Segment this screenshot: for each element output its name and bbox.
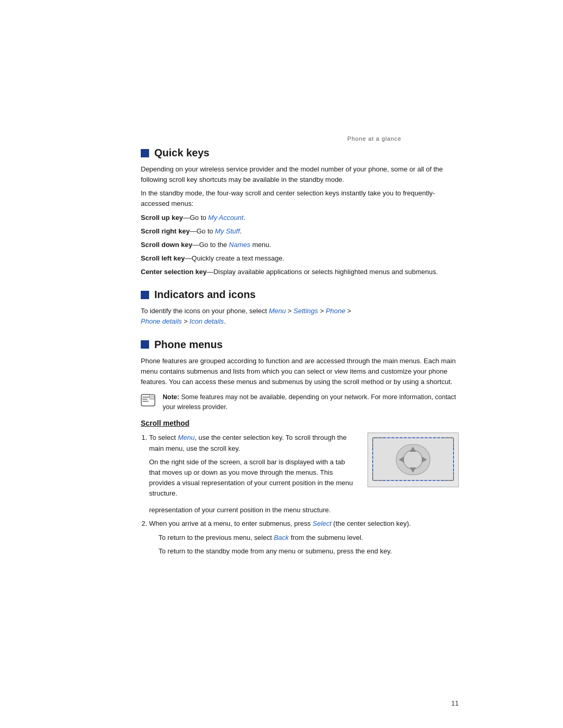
step2-select-link[interactable]: Select: [313, 520, 332, 527]
step1-content-row: To select Menu, use the center selection…: [149, 433, 459, 502]
center-selection-sep: —Display available applications or selec…: [206, 268, 438, 276]
svg-text:↑: ↑: [151, 395, 153, 399]
scroll-left-sep: —Quickly create a text message.: [185, 254, 285, 262]
step1-text-col: To select Menu, use the center selection…: [149, 433, 357, 502]
header-text: Phone at a glance: [347, 135, 401, 142]
quick-keys-intro1: Depending on your wireless service provi…: [141, 164, 459, 185]
step1-menu-link[interactable]: Menu: [178, 434, 195, 441]
scroll-down-sep: —Go to the: [192, 241, 229, 249]
scroll-step-1: To select Menu, use the center selection…: [149, 433, 459, 515]
svg-point-8: [403, 450, 422, 469]
scroll-up-link[interactable]: My Account: [208, 214, 243, 221]
content-area: Quick keys Depending on your wireless se…: [0, 147, 563, 557]
step2-back-link[interactable]: Back: [274, 534, 289, 541]
quick-keys-heading: Quick keys: [141, 147, 459, 159]
indicators-phone-details-link[interactable]: Phone details: [141, 317, 182, 325]
quick-keys-title: Quick keys: [154, 147, 210, 159]
phone-menus-intro: Phone features are grouped according to …: [141, 356, 459, 387]
indicators-icon: [141, 291, 149, 299]
scroll-steps-list: To select Menu, use the center selection…: [149, 433, 459, 556]
note-icon: ↑: [141, 393, 157, 408]
phone-menus-title: Phone menus: [154, 339, 223, 351]
scroll-step-2: When you arrive at a menu, to enter subm…: [149, 519, 459, 556]
scroll-up-label: Scroll up key: [141, 214, 183, 221]
quick-keys-intro2: In the standby mode, the four-way scroll…: [141, 188, 459, 209]
page-container: Phone at a glance Quick keys Depending o…: [0, 0, 563, 728]
page-header: Phone at a glance: [0, 0, 563, 147]
scroll-left-label: Scroll left key: [141, 254, 185, 262]
step2-para3: To return to the standby mode from any m…: [158, 546, 459, 557]
note-text: Note: Some features may not be available…: [163, 392, 459, 412]
quick-keys-icon: [141, 149, 149, 157]
scroll-right-item: Scroll right key—Go to My Stuff.: [141, 226, 459, 237]
svg-rect-1: [142, 397, 150, 398]
svg-rect-3: [142, 401, 149, 402]
phone-menus-section: Phone menus Phone features are grouped a…: [141, 339, 459, 557]
svg-rect-2: [142, 399, 148, 400]
phone-menus-heading: Phone menus: [141, 339, 459, 351]
indicators-title: Indicators and icons: [154, 289, 255, 301]
step1-para1: To select Menu, use the center selection…: [149, 433, 357, 453]
indicators-settings-link[interactable]: Settings: [293, 307, 318, 315]
step2-para2: To return to the previous menu, select B…: [158, 533, 459, 543]
phone-menus-icon: [141, 340, 149, 349]
scroll-right-label: Scroll right key: [141, 227, 190, 235]
note-box: ↑ Note: Some features may not be availab…: [141, 392, 459, 412]
scroll-method-title: Scroll method: [141, 419, 459, 427]
scroll-right-link[interactable]: My Stuff: [215, 227, 240, 235]
scroll-up-item: Scroll up key—Go to My Account.: [141, 213, 459, 223]
scroll-method-section: Scroll method To select Menu, use the ce…: [141, 419, 459, 556]
scroll-down-link[interactable]: Names: [229, 241, 250, 249]
center-selection-item: Center selection key—Display available a…: [141, 267, 459, 277]
page-number: 11: [451, 699, 459, 707]
indicators-heading: Indicators and icons: [141, 289, 459, 301]
step1-image-col: [368, 433, 459, 487]
scroll-right-sep: —Go to: [190, 227, 215, 235]
nav-key-image: [368, 433, 459, 487]
step1-para2: On the right side of the screen, a scrol…: [149, 457, 357, 499]
indicators-icon-details-link[interactable]: Icon details: [190, 317, 224, 325]
scroll-up-sep: —Go to: [183, 214, 208, 221]
quick-keys-section: Quick keys Depending on your wireless se…: [141, 147, 459, 277]
scroll-down-label: Scroll down key: [141, 241, 192, 249]
indicators-phone-link[interactable]: Phone: [326, 307, 346, 315]
indicators-section: Indicators and icons To identify the ico…: [141, 289, 459, 327]
scroll-down-item: Scroll down key—Go to the Names menu.: [141, 240, 459, 250]
step2-indent: To return to the previous menu, select B…: [158, 533, 459, 557]
center-selection-label: Center selection key: [141, 268, 206, 276]
step2-para1: When you arrive at a menu, to enter subm…: [149, 519, 459, 529]
indicators-menu-link[interactable]: Menu: [269, 307, 286, 315]
step1-continued: representation of your current position …: [149, 505, 459, 515]
indicators-text: To identify the icons on your phone, sel…: [141, 306, 459, 327]
scroll-left-item: Scroll left key—Quickly create a text me…: [141, 253, 459, 264]
